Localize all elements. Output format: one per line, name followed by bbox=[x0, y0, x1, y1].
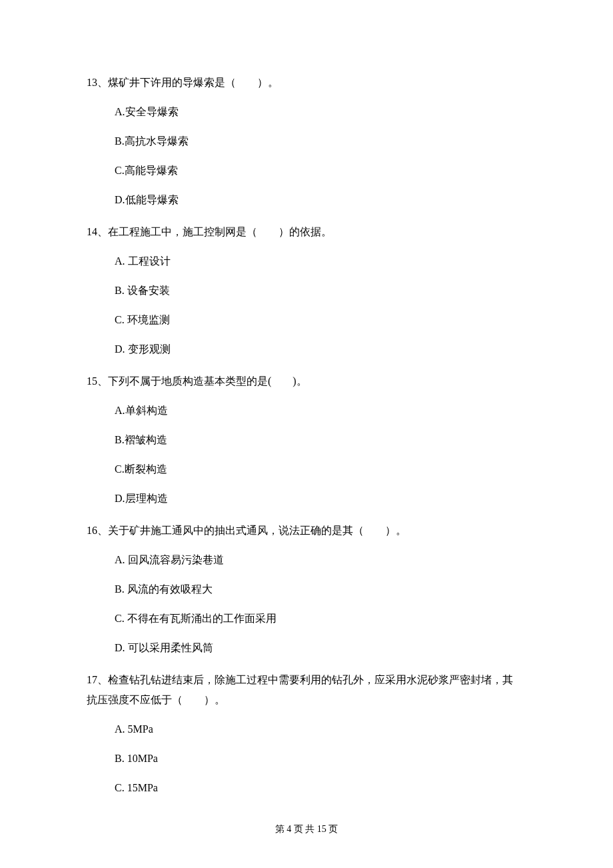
option-c: C.高能导爆索 bbox=[115, 163, 526, 179]
question-15: 15、下列不属于地质构造基本类型的是( )。 A.单斜构造 B.褶皱构造 C.断… bbox=[87, 373, 526, 507]
question-stem: 16、关于矿井施工通风中的抽出式通风，说法正确的是其（ ）。 bbox=[87, 523, 526, 539]
question-13: 13、煤矿井下许用的导爆索是（ ）。 A.安全导爆索 B.高抗水导爆索 C.高能… bbox=[87, 75, 526, 208]
option-b: B. 10MPa bbox=[115, 751, 526, 767]
option-c: C. 环境监测 bbox=[115, 312, 526, 328]
option-b: B.高抗水导爆索 bbox=[115, 133, 526, 149]
question-stem-line1: 17、检查钻孔钻进结束后，除施工过程中需要利用的钻孔外，应采用水泥砂浆严密封堵，… bbox=[87, 672, 526, 688]
option-a: A. 工程设计 bbox=[115, 253, 526, 269]
option-c: C. 15MPa bbox=[115, 780, 526, 796]
option-d: D.低能导爆索 bbox=[115, 192, 526, 208]
question-stem: 15、下列不属于地质构造基本类型的是( )。 bbox=[87, 373, 526, 389]
question-stem: 17、检查钻孔钻进结束后，除施工过程中需要利用的钻孔外，应采用水泥砂浆严密封堵，… bbox=[87, 672, 526, 708]
question-stem-line2: 抗压强度不应低于（ ）。 bbox=[87, 692, 526, 708]
option-b: B. 风流的有效吸程大 bbox=[115, 581, 526, 597]
option-c: C. 不得在有瓦斯涌出的工作面采用 bbox=[115, 611, 526, 627]
page: 13、煤矿井下许用的导爆索是（ ）。 A.安全导爆索 B.高抗水导爆索 C.高能… bbox=[0, 0, 613, 868]
option-b: B. 设备安装 bbox=[115, 283, 526, 299]
option-c: C.断裂构造 bbox=[115, 461, 526, 477]
option-b: B.褶皱构造 bbox=[115, 432, 526, 448]
question-14: 14、在工程施工中，施工控制网是（ ）的依据。 A. 工程设计 B. 设备安装 … bbox=[87, 224, 526, 357]
page-footer: 第 4 页 共 15 页 bbox=[0, 822, 613, 836]
option-d: D. 可以采用柔性风筒 bbox=[115, 640, 526, 656]
option-a: A.安全导爆索 bbox=[115, 104, 526, 120]
option-d: D.层理构造 bbox=[115, 491, 526, 507]
question-16: 16、关于矿井施工通风中的抽出式通风，说法正确的是其（ ）。 A. 回风流容易污… bbox=[87, 523, 526, 656]
option-d: D. 变形观测 bbox=[115, 341, 526, 357]
option-a: A. 回风流容易污染巷道 bbox=[115, 552, 526, 568]
question-stem: 13、煤矿井下许用的导爆索是（ ）。 bbox=[87, 75, 526, 91]
option-a: A. 5MPa bbox=[115, 721, 526, 737]
question-17: 17、检查钻孔钻进结束后，除施工过程中需要利用的钻孔外，应采用水泥砂浆严密封堵，… bbox=[87, 672, 526, 796]
option-a: A.单斜构造 bbox=[115, 403, 526, 419]
question-stem: 14、在工程施工中，施工控制网是（ ）的依据。 bbox=[87, 224, 526, 240]
